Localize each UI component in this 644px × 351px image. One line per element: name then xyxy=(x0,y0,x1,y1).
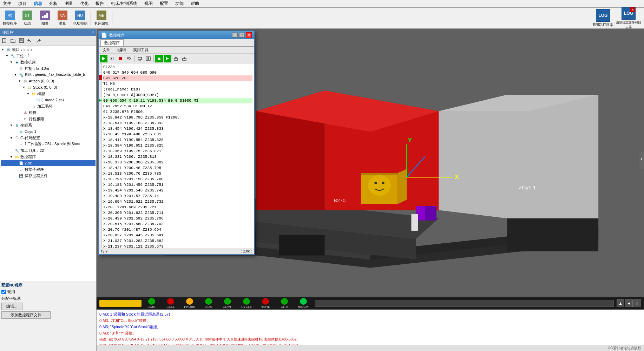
tree-btn-new[interactable] xyxy=(1,37,8,45)
tree-node-model-file[interactable]: 📄 (_model2.stl) xyxy=(1,97,96,103)
tree-node-workpos[interactable]: ▼ 🔧 工位：1 xyxy=(1,53,96,59)
nc-code-area[interactable]: ▶ O1234 G40 G17 G49 G94 G80 G90 G91 G28 … xyxy=(99,63,254,248)
toolbar-hud[interactable]: HU HUD控制 xyxy=(72,9,88,27)
cnc-arrow-up[interactable]: ▲ xyxy=(617,299,624,307)
project-tree: 项目树 × xyxy=(0,29,96,281)
svg-rect-8 xyxy=(20,41,23,42)
tree-node-blank[interactable]: □ 加工毛坯 xyxy=(1,103,96,109)
tree-btn-save[interactable] xyxy=(18,37,25,45)
log-ericut-btn[interactable]: LOG ERICUT日志 xyxy=(593,9,613,27)
tree-node-subprog[interactable]: ◇ 数据子程序 xyxy=(1,166,96,173)
tree-node-gcode-config[interactable]: ▼ G G-代码配置 xyxy=(1,135,96,141)
tree-node-collision[interactable]: ⚠ 碰撞 xyxy=(1,109,96,116)
cnc-arrow-left[interactable]: ◄ xyxy=(625,299,633,307)
tree-node-tools[interactable]: 🔧 加工刀具：22 xyxy=(1,147,96,154)
current-checkbox[interactable] xyxy=(1,290,6,294)
menu-info[interactable]: 信息 xyxy=(32,0,44,7)
cnc-opti-btn[interactable]: OPTI xyxy=(276,298,293,309)
toolbar-chart[interactable]: 图表 xyxy=(37,9,53,27)
menu-measure[interactable]: 测量 xyxy=(63,0,74,7)
savefile-icon: 💾 xyxy=(18,173,24,178)
blank-icon: □ xyxy=(31,104,37,109)
log-clear-btn[interactable]: LOG × 清除日志文件和日志器 xyxy=(615,7,643,29)
nc-split-btn[interactable] xyxy=(144,55,152,62)
nc-code-content[interactable]: O1234 G40 G17 G49 G94 G80 G90 G91 G28 Z0… xyxy=(102,63,254,248)
tree-node-coords[interactable]: ▼ ⊕ 坐标系 xyxy=(1,122,96,128)
model-file-icon: 📄 xyxy=(35,97,41,102)
cnc-sub-btn[interactable]: SUB xyxy=(200,298,217,309)
nc-import-btn[interactable] xyxy=(180,55,188,62)
menu-view[interactable]: 视图 xyxy=(143,0,154,7)
nc-stop-btn[interactable] xyxy=(117,55,124,62)
nc-green1-btn[interactable] xyxy=(155,55,163,62)
tree-node-limit[interactable]: ⊓ 行程极限 xyxy=(1,116,96,122)
menu-machine[interactable]: 机床/控制系统 xyxy=(110,0,139,7)
menu-analyze[interactable]: 分析 xyxy=(48,0,59,7)
edit-button[interactable]: 编辑... xyxy=(1,303,22,310)
nc-line-29: X-20.76 Y201.487 Z235.694 xyxy=(103,227,252,232)
nc-line-7: G43 Z952.534 H1 M8 T2 xyxy=(103,103,252,109)
tree-btn-open[interactable] xyxy=(9,37,17,45)
tree-node-nc-programs[interactable]: ▼ 📁 数控程序 xyxy=(1,154,96,160)
nc-print-btn[interactable] xyxy=(136,55,144,62)
tree-node-project[interactable]: ▼ ⊞ 项目：initm xyxy=(1,46,96,53)
menu-optimize[interactable]: 优化 xyxy=(79,0,90,7)
nc-export-btn[interactable] xyxy=(172,55,180,62)
menu-file[interactable]: 文件 xyxy=(1,0,13,7)
tree-btn-undo[interactable] xyxy=(26,37,34,45)
tree-node-savefile[interactable]: 💾 保存过程文件 xyxy=(1,173,96,179)
nc-line-28: X-20.515 Y201.568 Z235.703 xyxy=(103,221,252,227)
probe-label: PROBE xyxy=(184,305,195,309)
collision-icon: ⚠ xyxy=(22,110,28,115)
3d-view[interactable]: X Y ZCys 1 B270 › 📄 xyxy=(97,29,644,297)
nc-status-bar: 行 7 : 2.nc : xyxy=(99,248,254,254)
ready-label: READY xyxy=(298,305,309,309)
cnc-comp-btn[interactable]: COMP xyxy=(219,298,236,309)
cnc-cycle-btn[interactable]: CYCLE xyxy=(238,298,255,309)
bottom-status-area: LIMIT COLL PROBE SUB COMP xyxy=(97,297,644,351)
menu-project[interactable]: 项目 xyxy=(17,0,28,7)
cnc-probe-btn[interactable]: PROBE xyxy=(181,298,198,309)
nc-run-btn[interactable] xyxy=(100,55,107,62)
cnc-rapid-btn[interactable]: RAPID xyxy=(257,298,274,309)
nc-step-btn[interactable] xyxy=(108,55,116,62)
tree-node-machine[interactable]: ▼ 🔩 机床：generic_4ax_horizontal_table_b xyxy=(1,72,96,78)
toolbar-status[interactable]: ST 状态 xyxy=(19,9,36,27)
tree-node-model-group[interactable]: ▼ 📁 模型 xyxy=(1,90,96,97)
add-nc-button[interactable]: 添加数控程序文件 xyxy=(1,311,51,319)
left-panel: 项目树 × xyxy=(0,29,97,351)
limit-circle xyxy=(148,298,155,305)
tree-content[interactable]: ▼ ⊞ 项目：initm ▼ 🔧 工位：1 ▼ ■ 数控机床 xyxy=(0,46,96,281)
tree-node-stock[interactable]: ▼ □ Stock (0, 0, 0) xyxy=(1,84,96,90)
dialog-close-btn[interactable]: × xyxy=(246,32,252,38)
tree-node-csys1[interactable]: ⊕ Csys 1 xyxy=(1,128,96,135)
nc-reset-btn[interactable] xyxy=(125,55,133,62)
menu-report[interactable]: 报告 xyxy=(94,0,105,7)
toolbar-separator-2 xyxy=(112,11,112,25)
dialog-restore-btn[interactable]: □ xyxy=(239,33,245,38)
nc-line-16: X-18.331 Y200. Z235.813 xyxy=(103,154,252,160)
nc-green2-btn[interactable] xyxy=(164,55,171,62)
menu-config[interactable]: 配置 xyxy=(158,0,170,7)
tree-node-nc-file[interactable]: 📄 2.nc xyxy=(1,160,96,166)
menu-function[interactable]: 功能 xyxy=(174,0,185,7)
cnc-limit-btn[interactable]: LIMIT xyxy=(143,298,160,309)
tree-node-attach[interactable]: ▼ ⊡ Attach (0, 0, 0) xyxy=(1,78,96,84)
cnc-pause-btn[interactable]: ⏸ xyxy=(633,299,641,307)
toolbar-machine-edit[interactable]: ME 机床编辑 xyxy=(93,9,110,27)
dialog-minimize-btn[interactable]: _ xyxy=(232,33,238,38)
toolbar-nc-program[interactable]: NC 数控程序 xyxy=(1,9,18,27)
tree-node-offset[interactable]: → 1:工作偏置 - G54 - Spindle 到 Stock xyxy=(1,141,96,147)
svg-rect-39 xyxy=(507,218,598,251)
svg-marker-22 xyxy=(361,173,398,175)
tree-btn-redo[interactable] xyxy=(34,37,42,45)
menu-help[interactable]: 帮助 xyxy=(189,0,201,7)
cnc-coll-btn[interactable]: COLL xyxy=(162,298,179,309)
toolbar-variable[interactable]: VA 变量 xyxy=(54,9,71,27)
bottom-left-panel: 配置NC程序 现用 分配坐标系 编辑... 添加数控程序文件 xyxy=(0,281,96,351)
tree-node-cnc[interactable]: ▼ ■ 数控机床 xyxy=(1,59,96,65)
cnc-ready-btn[interactable]: READY xyxy=(295,298,312,309)
tree-node-control[interactable]: ⚙ 控制：fan10m xyxy=(1,65,96,72)
nc-tab-program[interactable]: 数控程序 xyxy=(100,39,124,46)
subprog-icon: ◇ xyxy=(18,167,24,172)
